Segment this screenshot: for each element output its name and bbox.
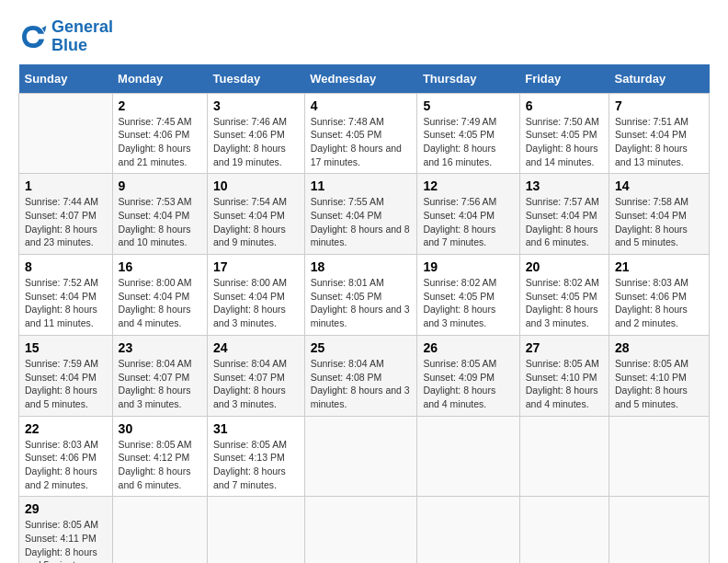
calendar-cell: 11Sunrise: 7:55 AM Sunset: 4:04 PM Dayli… [304, 174, 417, 255]
calendar-cell [208, 497, 305, 563]
day-info: Sunrise: 7:49 AM Sunset: 4:05 PM Dayligh… [423, 115, 513, 169]
day-number: 11 [311, 178, 412, 193]
calendar-cell: 14Sunrise: 7:58 AM Sunset: 4:04 PM Dayli… [609, 174, 710, 255]
calendar-cell [304, 497, 417, 563]
calendar-cell: 5Sunrise: 7:49 AM Sunset: 4:05 PM Daylig… [417, 93, 519, 174]
day-number: 25 [311, 340, 412, 355]
day-number: 14 [615, 178, 703, 193]
day-number: 21 [615, 259, 703, 274]
calendar-cell [417, 416, 519, 497]
calendar-cell: 28Sunrise: 8:05 AM Sunset: 4:10 PM Dayli… [609, 335, 710, 416]
header-day-thursday: Thursday [417, 64, 519, 94]
day-info: Sunrise: 8:02 AM Sunset: 4:05 PM Dayligh… [423, 276, 513, 330]
day-info: Sunrise: 7:45 AM Sunset: 4:06 PM Dayligh… [119, 115, 201, 169]
day-info: Sunrise: 7:58 AM Sunset: 4:04 PM Dayligh… [615, 195, 703, 249]
day-number: 31 [213, 421, 299, 436]
calendar-cell: 26Sunrise: 8:05 AM Sunset: 4:09 PM Dayli… [417, 335, 519, 416]
calendar-cell [19, 93, 113, 174]
calendar-cell: 30Sunrise: 8:05 AM Sunset: 4:12 PM Dayli… [112, 416, 207, 497]
calendar-cell: 10Sunrise: 7:54 AM Sunset: 4:04 PM Dayli… [208, 174, 305, 255]
header-day-friday: Friday [519, 64, 609, 94]
day-number: 6 [526, 98, 603, 113]
day-info: Sunrise: 7:51 AM Sunset: 4:04 PM Dayligh… [615, 115, 703, 169]
day-info: Sunrise: 7:57 AM Sunset: 4:04 PM Dayligh… [526, 195, 603, 249]
header-day-tuesday: Tuesday [208, 64, 305, 94]
calendar-cell: 13Sunrise: 7:57 AM Sunset: 4:04 PM Dayli… [519, 174, 609, 255]
day-number: 29 [25, 501, 107, 516]
day-info: Sunrise: 8:04 AM Sunset: 4:07 PM Dayligh… [213, 357, 299, 411]
calendar-cell [609, 416, 710, 497]
day-number: 7 [615, 98, 703, 113]
calendar-cell: 21Sunrise: 8:03 AM Sunset: 4:06 PM Dayli… [609, 255, 710, 336]
calendar-cell [417, 497, 519, 563]
day-info: Sunrise: 8:03 AM Sunset: 4:06 PM Dayligh… [25, 438, 107, 492]
calendar-week-0: 2Sunrise: 7:45 AM Sunset: 4:06 PM Daylig… [19, 93, 710, 174]
calendar-cell [609, 497, 710, 563]
day-info: Sunrise: 8:05 AM Sunset: 4:10 PM Dayligh… [615, 357, 703, 411]
day-info: Sunrise: 8:05 AM Sunset: 4:13 PM Dayligh… [213, 438, 299, 492]
day-number: 17 [213, 259, 299, 274]
day-info: Sunrise: 7:46 AM Sunset: 4:06 PM Dayligh… [213, 115, 299, 169]
calendar-cell: 1Sunrise: 7:44 AM Sunset: 4:07 PM Daylig… [19, 174, 113, 255]
day-number: 18 [311, 259, 412, 274]
day-number: 16 [119, 259, 201, 274]
day-info: Sunrise: 7:52 AM Sunset: 4:04 PM Dayligh… [25, 276, 107, 330]
calendar-cell: 22Sunrise: 8:03 AM Sunset: 4:06 PM Dayli… [19, 416, 113, 497]
day-info: Sunrise: 8:02 AM Sunset: 4:05 PM Dayligh… [526, 276, 603, 330]
day-info: Sunrise: 8:04 AM Sunset: 4:08 PM Dayligh… [311, 357, 412, 411]
calendar-cell: 27Sunrise: 8:05 AM Sunset: 4:10 PM Dayli… [519, 335, 609, 416]
day-number: 10 [213, 178, 299, 193]
calendar-week-4: 22Sunrise: 8:03 AM Sunset: 4:06 PM Dayli… [19, 416, 710, 497]
day-info: Sunrise: 7:48 AM Sunset: 4:05 PM Dayligh… [311, 115, 412, 169]
calendar-cell: 9Sunrise: 7:53 AM Sunset: 4:04 PM Daylig… [112, 174, 207, 255]
day-number: 27 [526, 340, 603, 355]
day-info: Sunrise: 8:05 AM Sunset: 4:10 PM Dayligh… [526, 357, 603, 411]
header-day-monday: Monday [112, 64, 207, 94]
day-number: 9 [119, 178, 201, 193]
calendar-week-1: 1Sunrise: 7:44 AM Sunset: 4:07 PM Daylig… [19, 174, 710, 255]
day-info: Sunrise: 7:55 AM Sunset: 4:04 PM Dayligh… [311, 195, 412, 249]
calendar-cell: 15Sunrise: 7:59 AM Sunset: 4:04 PM Dayli… [19, 335, 113, 416]
day-number: 23 [119, 340, 201, 355]
day-number: 8 [25, 259, 107, 274]
day-number: 28 [615, 340, 703, 355]
day-info: Sunrise: 8:00 AM Sunset: 4:04 PM Dayligh… [119, 276, 201, 330]
day-info: Sunrise: 7:53 AM Sunset: 4:04 PM Dayligh… [119, 195, 201, 249]
page-header: General Blue [18, 18, 710, 55]
calendar-cell: 25Sunrise: 8:04 AM Sunset: 4:08 PM Dayli… [304, 335, 417, 416]
day-number: 19 [423, 259, 513, 274]
header-day-wednesday: Wednesday [304, 64, 417, 94]
calendar-cell [112, 497, 207, 563]
calendar-body: 2Sunrise: 7:45 AM Sunset: 4:06 PM Daylig… [19, 93, 710, 563]
day-info: Sunrise: 8:03 AM Sunset: 4:06 PM Dayligh… [615, 276, 703, 330]
calendar-week-3: 15Sunrise: 7:59 AM Sunset: 4:04 PM Dayli… [19, 335, 710, 416]
day-info: Sunrise: 8:05 AM Sunset: 4:09 PM Dayligh… [423, 357, 513, 411]
day-number: 1 [25, 178, 107, 193]
day-number: 24 [213, 340, 299, 355]
calendar-cell: 16Sunrise: 8:00 AM Sunset: 4:04 PM Dayli… [112, 255, 207, 336]
calendar-cell: 18Sunrise: 8:01 AM Sunset: 4:05 PM Dayli… [304, 255, 417, 336]
day-number: 30 [119, 421, 201, 436]
day-number: 12 [423, 178, 513, 193]
day-number: 2 [119, 98, 201, 113]
calendar-cell [519, 497, 609, 563]
calendar-cell: 17Sunrise: 8:00 AM Sunset: 4:04 PM Dayli… [208, 255, 305, 336]
calendar-cell [304, 416, 417, 497]
calendar-cell [519, 416, 609, 497]
day-number: 13 [526, 178, 603, 193]
day-info: Sunrise: 7:54 AM Sunset: 4:04 PM Dayligh… [213, 195, 299, 249]
calendar-cell: 2Sunrise: 7:45 AM Sunset: 4:06 PM Daylig… [112, 93, 207, 174]
calendar-cell: 4Sunrise: 7:48 AM Sunset: 4:05 PM Daylig… [304, 93, 417, 174]
header-day-saturday: Saturday [609, 64, 710, 94]
day-info: Sunrise: 7:50 AM Sunset: 4:05 PM Dayligh… [526, 115, 603, 169]
calendar-cell: 20Sunrise: 8:02 AM Sunset: 4:05 PM Dayli… [519, 255, 609, 336]
logo-text: General Blue [51, 18, 113, 55]
calendar-cell: 19Sunrise: 8:02 AM Sunset: 4:05 PM Dayli… [417, 255, 519, 336]
day-info: Sunrise: 8:01 AM Sunset: 4:05 PM Dayligh… [311, 276, 412, 330]
day-info: Sunrise: 8:04 AM Sunset: 4:07 PM Dayligh… [119, 357, 201, 411]
day-info: Sunrise: 7:44 AM Sunset: 4:07 PM Dayligh… [25, 195, 107, 249]
calendar-cell: 23Sunrise: 8:04 AM Sunset: 4:07 PM Dayli… [112, 335, 207, 416]
day-number: 4 [311, 98, 412, 113]
calendar-cell: 29Sunrise: 8:05 AM Sunset: 4:11 PM Dayli… [19, 497, 113, 563]
day-number: 15 [25, 340, 107, 355]
